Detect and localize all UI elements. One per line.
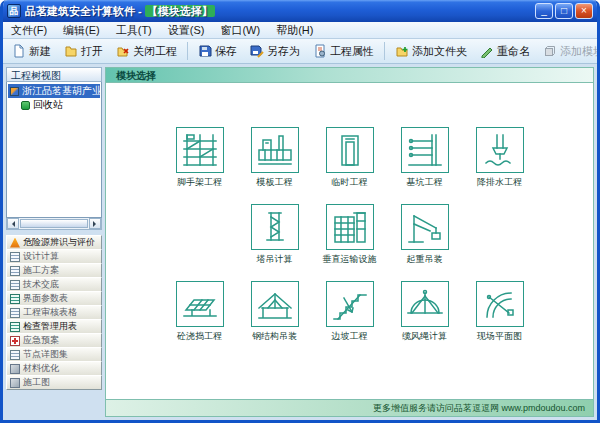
sidebar-item-emergency-plan[interactable]: 应急预案	[6, 333, 102, 348]
sidebar-item-label: 危险源辨识与评价	[23, 236, 95, 249]
sidebar-item-design-calc[interactable]: 设计计算	[6, 249, 102, 264]
drawing-book-icon	[10, 350, 20, 360]
close-project-button[interactable]: 关闭工程	[110, 41, 183, 62]
checklist-icon	[10, 322, 20, 332]
save-button[interactable]: 保存	[192, 41, 243, 62]
table-icon	[10, 294, 20, 304]
module-lifting[interactable]: 起重吊装	[391, 204, 458, 266]
steel-structure-icon	[255, 286, 295, 322]
sidebar-item-label: 界面参数表	[23, 292, 68, 305]
sidebar-item-parameter-table[interactable]: 界面参数表	[6, 291, 102, 306]
window-title-module: 【模块选择】	[145, 5, 215, 17]
sidebar-item-construction-drawing[interactable]: 施工图	[6, 375, 102, 390]
tree-node-project[interactable]: 浙江品茗基胡产业软..	[8, 84, 100, 98]
module-scaffold[interactable]: 脚手架工程	[166, 127, 233, 189]
module-label: 脚手架工程	[177, 176, 222, 189]
titlebar: 品 品茗建筑安全计算软件 - 【模块选择】 _ □ ×	[3, 0, 597, 22]
lifting-icon	[405, 209, 445, 245]
menu-edit[interactable]: 编辑(E)	[55, 22, 108, 39]
document-icon	[10, 266, 20, 276]
sidebar-item-technical-disclosure[interactable]: 技术交底	[6, 277, 102, 292]
module-slope[interactable]: 边坡工程	[316, 281, 383, 343]
tree-panel-title: 工程树视图	[6, 67, 102, 82]
menu-settings[interactable]: 设置(S)	[160, 22, 213, 39]
sidebar-item-label: 施工方案	[23, 264, 59, 277]
add-folder-icon	[395, 44, 409, 58]
module-label: 临时工程	[332, 176, 368, 189]
calculator-icon	[10, 252, 20, 262]
close-button[interactable]: ×	[575, 3, 593, 19]
save-as-button-label: 另存为	[267, 44, 300, 59]
module-foundation-pit[interactable]: 基坑工程	[391, 127, 458, 189]
warning-icon	[10, 238, 20, 248]
sidebar-item-material-optimization[interactable]: 材料优化	[6, 361, 102, 376]
module-concrete-pour[interactable]: 砼浇捣工程	[166, 281, 233, 343]
recycle-bin-icon	[21, 101, 30, 110]
scroll-left-arrow-icon[interactable]	[7, 218, 19, 229]
menu-tools[interactable]: 工具(T)	[108, 22, 160, 39]
sidebar-item-label: 节点详图集	[23, 348, 68, 361]
add-folder-button[interactable]: 添加文件夹	[389, 41, 473, 62]
tree-node-label: 浙江品茗基胡产业软..	[22, 84, 100, 98]
module-label: 缆风绳计算	[402, 330, 447, 343]
sidebar-item-construction-plan[interactable]: 施工方案	[6, 263, 102, 278]
module-temporary-works[interactable]: 临时工程	[316, 127, 383, 189]
sidebar-item-label: 工程审核表格	[23, 306, 77, 319]
project-properties-button[interactable]: 工程属性	[307, 41, 380, 62]
maximize-button[interactable]: □	[555, 3, 573, 19]
document-icon	[10, 280, 20, 290]
add-folder-button-label: 添加文件夹	[412, 44, 467, 59]
module-label: 边坡工程	[332, 330, 368, 343]
module-steel-structure[interactable]: 钢结构吊装	[241, 281, 308, 343]
toolbar-separator	[384, 42, 385, 60]
save-button-label: 保存	[215, 44, 237, 59]
module-grid: 脚手架工程 模板工程 临时工程 基坑工程	[106, 83, 593, 399]
module-tower-crane[interactable]: 塔吊计算	[241, 204, 308, 266]
sidebar-item-detail-drawings[interactable]: 节点详图集	[6, 347, 102, 362]
tree-horizontal-scrollbar[interactable]	[6, 218, 102, 230]
main-panel: 模块选择 脚手架工程 模板工程 临时工程	[105, 67, 594, 417]
left-panel: 工程树视图 浙江品茗基胡产业软.. 回收站 危险源辨识与评	[6, 67, 102, 417]
scaffold-icon	[180, 132, 220, 168]
module-vertical-transport[interactable]: 垂直运输设施	[316, 204, 383, 266]
menubar: 文件(F) 编辑(E) 工具(T) 设置(S) 窗口(W) 帮助(H)	[3, 22, 597, 39]
project-tree: 浙江品茗基胡产业软.. 回收站	[6, 82, 102, 218]
material-icon	[10, 364, 20, 374]
module-row: 脚手架工程 模板工程 临时工程 基坑工程	[166, 127, 533, 189]
module-guy-rope[interactable]: 缆风绳计算	[391, 281, 458, 343]
sidebar-item-audit-forms[interactable]: 工程审核表格	[6, 305, 102, 320]
module-drainage[interactable]: 降排水工程	[466, 127, 533, 189]
rename-button[interactable]: 重命名	[474, 41, 536, 62]
slope-icon	[330, 286, 370, 322]
rename-icon	[480, 44, 494, 58]
formwork-icon	[255, 132, 295, 168]
module-formwork[interactable]: 模板工程	[241, 127, 308, 189]
save-as-button[interactable]: 另存为	[244, 41, 306, 62]
module-site-plan[interactable]: 现场平面图	[466, 281, 533, 343]
sidebar-item-label: 检查管理用表	[23, 320, 77, 333]
module-select-tab: 模块选择	[106, 68, 593, 83]
tower-crane-icon	[255, 209, 295, 245]
form-icon	[10, 308, 20, 318]
sidebar-item-inspection-forms[interactable]: 检查管理用表	[6, 319, 102, 334]
close-project-button-label: 关闭工程	[133, 44, 177, 59]
menu-help[interactable]: 帮助(H)	[268, 22, 321, 39]
sidebar-item-label: 施工图	[23, 376, 50, 389]
sidebar-item-label: 应急预案	[23, 334, 59, 347]
module-row: 塔吊计算 垂直运输设施 起重吊装	[241, 204, 458, 266]
foundation-pit-icon	[405, 132, 445, 168]
menu-file[interactable]: 文件(F)	[3, 22, 55, 39]
project-properties-button-label: 工程属性	[330, 44, 374, 59]
statusbar-text: 更多增值服务请访问品茗逗逗网 www.pmdoudou.com	[373, 402, 585, 415]
new-document-icon	[12, 44, 26, 58]
new-button[interactable]: 新建	[6, 41, 57, 62]
scroll-right-arrow-icon[interactable]	[89, 218, 101, 229]
statusbar: 更多增值服务请访问品茗逗逗网 www.pmdoudou.com	[106, 399, 593, 416]
tree-node-recycle-bin[interactable]: 回收站	[19, 98, 100, 112]
sidebar-item-hazard-identification[interactable]: 危险源辨识与评价	[6, 235, 102, 250]
open-button[interactable]: 打开	[58, 41, 109, 62]
scrollbar-thumb[interactable]	[20, 219, 88, 228]
add-module-button[interactable]: 添加模块	[537, 41, 600, 62]
menu-window[interactable]: 窗口(W)	[212, 22, 268, 39]
minimize-button[interactable]: _	[535, 3, 553, 19]
